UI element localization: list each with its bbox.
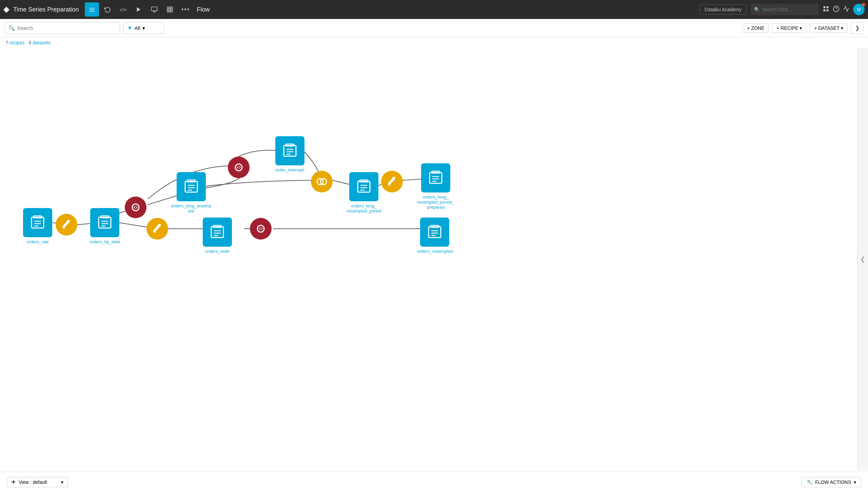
- recipes-link[interactable]: recipes: [9, 40, 25, 45]
- svg-rect-12: [827, 9, 829, 11]
- recipes-count: 7: [5, 40, 8, 45]
- connections-svg: [0, 48, 868, 470]
- view-eye-icon: 👁: [11, 479, 16, 485]
- dataset-orders-wide[interactable]: orders_wide: [203, 218, 232, 254]
- recipe-brush1[interactable]: [56, 214, 77, 235]
- flow-nav-btn[interactable]: [85, 2, 99, 17]
- recipe-red1[interactable]: [125, 197, 146, 218]
- global-search-bar: 🔍: [751, 4, 818, 15]
- flow-search-box: 🔍: [5, 22, 120, 34]
- code-nav-btn[interactable]: </>: [116, 2, 130, 17]
- flow-actions-arrow: ▾: [854, 479, 856, 485]
- dataset-order-intervals[interactable]: order_intervals: [275, 136, 304, 172]
- filter-dropdown[interactable]: ▼ All ▾: [123, 22, 164, 34]
- dataset-orders-long-resampled-joined-prepared[interactable]: orders_long_resampled_joined_prepared: [417, 163, 454, 210]
- bottom-bar: 👁 View : default ▾ 🔧 FLOW ACTIONS ▾: [0, 472, 868, 492]
- flow-search-input[interactable]: [17, 25, 116, 31]
- dataset-label-orders-long-resampled: orders_long_resampled: [171, 203, 212, 213]
- view-dropdown[interactable]: 👁 View : default ▾: [7, 477, 68, 487]
- run-nav-btn[interactable]: [132, 2, 146, 17]
- svg-rect-9: [824, 6, 826, 8]
- flow-canvas[interactable]: orders_raw orders_by_date orders_l: [0, 48, 868, 470]
- filter-chevron: ▾: [142, 25, 145, 31]
- svg-rect-55: [62, 227, 65, 229]
- recipe-join[interactable]: [311, 171, 333, 192]
- flow-search-icon: 🔍: [8, 25, 15, 31]
- add-dataset-btn[interactable]: + DATASET ▾: [810, 23, 848, 33]
- project-title: Time Series Preparation: [13, 6, 79, 13]
- svg-point-59: [238, 166, 240, 168]
- more-nav-btn[interactable]: •••: [178, 2, 193, 17]
- recipe-red2[interactable]: [228, 157, 250, 178]
- svg-rect-1: [152, 7, 157, 11]
- dataset-label-orders-resampled: orders_resampled: [417, 249, 453, 254]
- notification-badge: [862, 3, 865, 6]
- collapse-panel-btn[interactable]: ❯: [851, 22, 863, 34]
- app-logo: ◈: [3, 5, 9, 14]
- add-recipe-btn[interactable]: + RECIPE ▾: [772, 23, 806, 33]
- recipe-brush3[interactable]: [146, 218, 168, 240]
- recipe-dropdown-arrow: ▾: [800, 25, 802, 31]
- dataset-orders-raw[interactable]: orders_raw: [23, 208, 52, 244]
- top-navigation: ◈ Time Series Preparation </> ••• Flow D…: [0, 0, 868, 19]
- datasets-count: 8: [29, 40, 32, 45]
- dataset-orders-by-date[interactable]: orders_by_date: [90, 208, 120, 244]
- recipe-brush2[interactable]: [381, 171, 403, 192]
- activity-btn[interactable]: [843, 5, 850, 14]
- svg-rect-10: [827, 6, 829, 8]
- help-btn[interactable]: [833, 5, 840, 14]
- stats-row: 7 recipes 8 datasets: [0, 37, 868, 48]
- search-icon: 🔍: [754, 7, 760, 12]
- add-zone-btn[interactable]: + ZONE: [743, 23, 769, 33]
- svg-rect-4: [167, 7, 173, 12]
- view-label: View : default: [19, 479, 47, 485]
- dataset-label-order-intervals: order_intervals: [275, 167, 304, 172]
- svg-rect-11: [824, 9, 826, 11]
- view-dropdown-arrow: ▾: [61, 479, 63, 485]
- dataset-orders-resampled[interactable]: orders_resampled: [417, 218, 453, 254]
- filter-icon: ▼: [127, 25, 133, 31]
- filter-label: All: [135, 25, 140, 31]
- svg-marker-0: [137, 7, 141, 12]
- apps-grid-btn[interactable]: [823, 5, 829, 14]
- dataset-label-orders-by-date: orders_by_date: [90, 239, 120, 244]
- flow-actions-icon: 🔧: [807, 479, 812, 485]
- svg-rect-63: [153, 231, 156, 233]
- svg-point-65: [260, 228, 262, 230]
- avatar[interactable]: U: [853, 4, 865, 15]
- flow-actions-btn[interactable]: 🔧 FLOW ACTIONS ▾: [802, 477, 861, 487]
- dataset-label-orders-wide: orders_wide: [205, 249, 230, 254]
- flow-toolbar: 🔍 ▼ All ▾ + ZONE + RECIPE ▾ + DATASET ▾ …: [0, 19, 868, 37]
- table-nav-btn[interactable]: [163, 2, 177, 17]
- svg-point-57: [135, 206, 137, 208]
- dataiku-academy-btn[interactable]: Dataiku Academy: [699, 4, 747, 15]
- dataset-dropdown-arrow: ▾: [841, 25, 843, 31]
- recipe-red3[interactable]: [250, 218, 272, 240]
- dataset-label-orders-long-resampled-joined: orders_long_resampled_joined: [347, 203, 381, 213]
- collapse-side-panel[interactable]: ❮: [857, 48, 868, 470]
- dataset-orders-long-resampled[interactable]: orders_long_resampled: [171, 172, 212, 213]
- refresh-nav-btn[interactable]: [100, 2, 115, 17]
- flow-label: Flow: [197, 6, 210, 13]
- global-search-input[interactable]: [762, 7, 815, 12]
- dataset-orders-long-resampled-joined[interactable]: orders_long_resampled_joined: [347, 172, 381, 213]
- svg-rect-62: [388, 184, 391, 186]
- flow-actions-label: FLOW ACTIONS: [815, 479, 851, 485]
- deploy-nav-btn[interactable]: [147, 2, 161, 17]
- dataset-label-orders-long-resampled-joined-prepared: orders_long_resampled_joined_prepared: [417, 194, 454, 210]
- dataset-label-orders-raw: orders_raw: [26, 239, 48, 244]
- datasets-link[interactable]: datasets: [33, 40, 51, 45]
